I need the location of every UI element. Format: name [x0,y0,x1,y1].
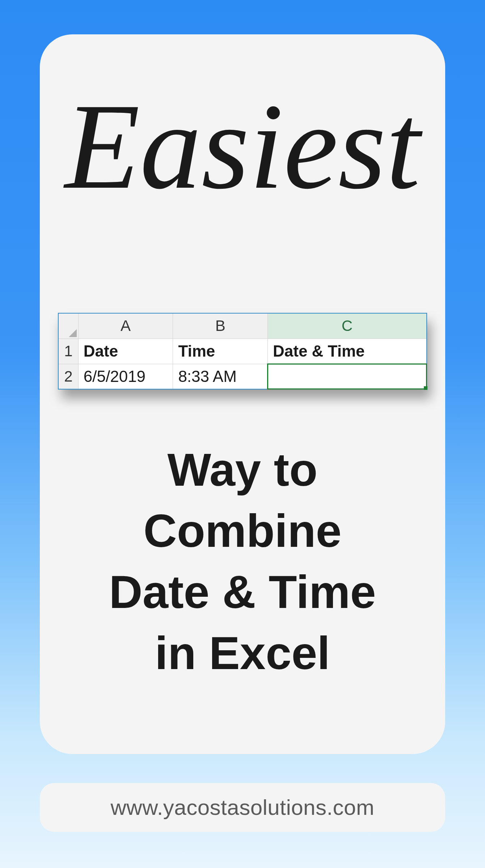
row-header-1: 1 [58,339,78,364]
row-header-2: 2 [58,364,78,389]
page-background: Easiest A B C 1 Date Time Date & Time 2 [0,0,485,868]
table-row: 1 Date Time Date & Time [58,339,427,364]
selection-outline [267,363,427,390]
spreadsheet-grid: A B C 1 Date Time Date & Time 2 6/5/2019… [58,313,427,390]
column-header-a: A [78,313,173,339]
subtitle-text: Way to Combine Date & Time in Excel [109,444,376,679]
script-heading: Easiest [40,85,445,208]
row-1-num: 1 [64,342,72,359]
script-heading-text: Easiest [65,78,420,214]
column-header-row: A B C [58,313,427,339]
main-card: Easiest A B C 1 Date Time Date & Time 2 [40,34,445,754]
cell-a1-text: Date [84,342,118,360]
cell-b1: Time [173,339,268,364]
cell-c1: Date & Time [267,339,427,364]
footer-pill: www.yacostasolutions.com [40,783,445,832]
cell-b2-text: 8:33 AM [178,367,236,385]
column-header-c: C [267,313,427,339]
column-header-b: B [173,313,268,339]
table-row: 2 6/5/2019 8:33 AM [58,364,427,389]
col-c-label: C [342,317,353,334]
spreadsheet-screenshot: A B C 1 Date Time Date & Time 2 6/5/2019… [58,313,427,390]
cell-a2: 6/5/2019 [78,364,173,389]
select-all-corner [58,313,78,339]
cell-c2-selected [267,364,427,389]
cell-a1: Date [78,339,173,364]
footer-url: www.yacostasolutions.com [111,795,375,820]
col-a-label: A [121,317,131,334]
cell-b1-text: Time [178,342,215,360]
cell-a2-text: 6/5/2019 [84,367,146,385]
subtitle-block: Way to Combine Date & Time in Excel [40,439,445,684]
col-b-label: B [215,317,225,334]
row-2-num: 2 [64,368,72,385]
cell-b2: 8:33 AM [173,364,268,389]
cell-c1-text: Date & Time [273,342,365,360]
